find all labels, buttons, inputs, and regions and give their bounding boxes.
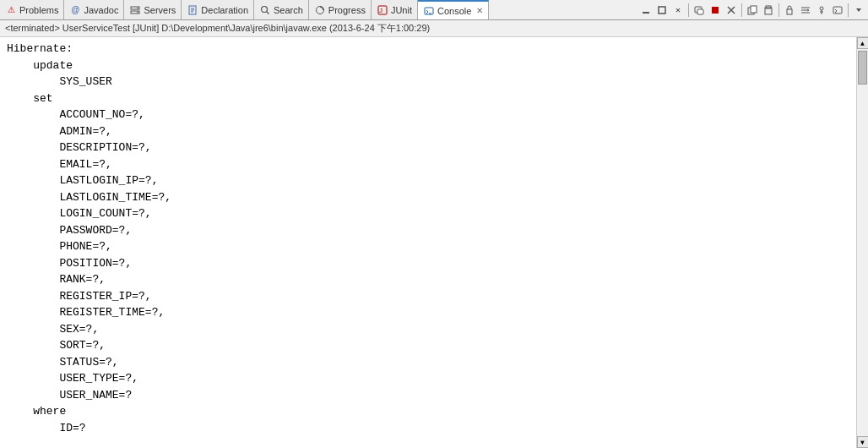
eclipse-window: ⚠ Problems @ Javadoc Servers	[0, 0, 868, 448]
remove-all-btn[interactable]	[724, 3, 739, 18]
svg-rect-26	[787, 9, 792, 14]
scroll-down-arrow[interactable]: ▼	[857, 436, 869, 448]
toolbar-sep-4	[848, 3, 849, 17]
console-output[interactable]: Hibernate: update SYS_USER set ACCOUNT_N…	[0, 37, 856, 448]
tab-bar: ⚠ Problems @ Javadoc Servers	[0, 0, 868, 20]
tab-javadoc[interactable]: @ Javadoc	[64, 0, 124, 20]
svg-rect-16	[659, 7, 665, 14]
terminate-btn[interactable]	[708, 3, 723, 18]
tab-search[interactable]: Search	[254, 0, 309, 20]
tab-console-label: Console	[437, 6, 471, 16]
tab-servers[interactable]: Servers	[124, 0, 182, 20]
tab-junit-label: JUnit	[391, 5, 412, 15]
svg-rect-19	[712, 7, 719, 14]
tab-junit[interactable]: J JUnit	[372, 0, 418, 20]
toolbar-sep-3	[778, 3, 779, 17]
tab-servers-label: Servers	[144, 5, 176, 15]
vertical-scrollbar[interactable]: ▲ ▼	[856, 37, 868, 448]
scroll-up-arrow[interactable]: ▲	[857, 37, 869, 49]
tab-progress[interactable]: Progress	[309, 0, 372, 20]
status-bar: <terminated> UserServiceTest [JUnit] D:\…	[0, 20, 868, 37]
progress-icon	[314, 4, 326, 16]
console-area: Hibernate: update SYS_USER set ACCOUNT_N…	[0, 37, 868, 448]
paste-btn[interactable]	[761, 3, 776, 18]
tab-javadoc-label: Javadoc	[84, 5, 118, 15]
view-menu-btn[interactable]	[851, 3, 866, 18]
tab-problems[interactable]: ⚠ Problems	[0, 0, 64, 20]
copy-btn[interactable]	[745, 3, 760, 18]
svg-point-3	[138, 11, 139, 13]
svg-rect-23	[751, 6, 757, 13]
svg-rect-18	[697, 9, 703, 14]
scroll-thumb[interactable]	[858, 51, 867, 85]
toolbar-sep-2	[741, 3, 742, 17]
svg-rect-33	[833, 7, 842, 14]
word-wrap-btn[interactable]	[798, 3, 813, 18]
tab-console-close[interactable]: ✕	[476, 6, 483, 15]
maximize-btn[interactable]	[654, 3, 670, 18]
tab-declaration-label: Declaration	[201, 5, 248, 15]
open-console-btn[interactable]	[830, 3, 845, 18]
declaration-icon	[187, 4, 198, 16]
search-icon	[259, 4, 271, 16]
tab-search-label: Search	[274, 5, 303, 15]
svg-text:J: J	[379, 7, 382, 14]
svg-rect-15	[643, 12, 649, 14]
pin-btn[interactable]	[814, 3, 829, 18]
toolbar-right: ✕	[638, 3, 868, 18]
close-view-btn[interactable]: ✕	[670, 3, 686, 18]
servers-icon	[129, 4, 141, 16]
minimize-btn[interactable]	[638, 3, 654, 18]
tab-problems-label: Problems	[19, 5, 58, 15]
new-console-btn[interactable]	[692, 3, 707, 18]
status-text: <terminated> UserServiceTest [JUnit] D:\…	[5, 22, 430, 35]
scroll-track[interactable]	[857, 49, 868, 436]
svg-line-9	[267, 11, 269, 14]
problems-icon: ⚠	[5, 4, 17, 16]
svg-point-30	[820, 7, 823, 10]
javadoc-icon: @	[69, 4, 81, 16]
toolbar-sep-1	[688, 3, 689, 17]
junit-icon: J	[377, 4, 388, 16]
scroll-lock-btn[interactable]	[782, 3, 797, 18]
tab-declaration[interactable]: Declaration	[182, 0, 254, 20]
svg-point-8	[262, 6, 268, 12]
console-icon	[423, 5, 435, 17]
svg-marker-34	[856, 8, 861, 12]
tab-console[interactable]: Console ✕	[418, 0, 489, 20]
svg-point-2	[138, 7, 139, 8]
tab-progress-label: Progress	[328, 5, 366, 15]
